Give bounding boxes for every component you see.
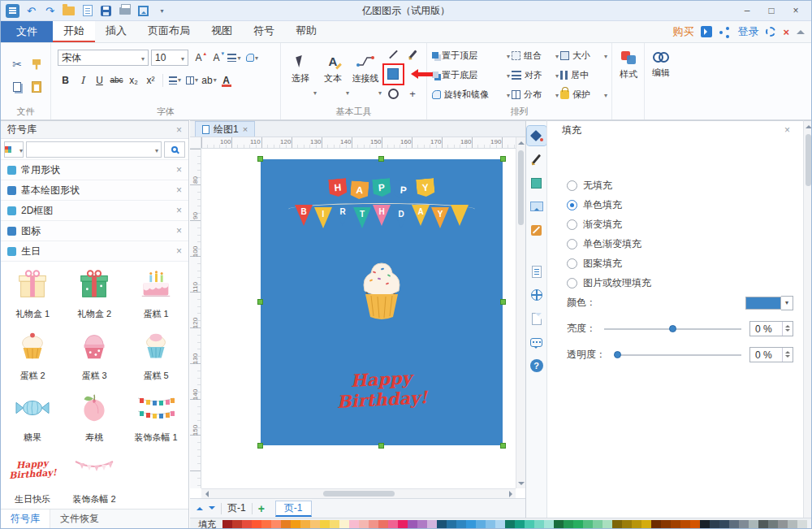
brightness-slider[interactable]	[604, 322, 741, 336]
pen-tool-icon[interactable]	[404, 46, 421, 63]
palette-swatch[interactable]	[398, 520, 408, 529]
panel-scroll-thumb[interactable]	[806, 134, 811, 186]
palette-swatch[interactable]	[758, 520, 768, 529]
palette-swatch[interactable]	[369, 520, 378, 529]
distribute-button[interactable]: 分布	[512, 85, 559, 103]
opacity-slider-thumb[interactable]	[614, 351, 621, 358]
document-tab[interactable]: 绘图1 ×	[195, 121, 255, 137]
close-button[interactable]: ×	[785, 3, 806, 19]
previous-page-icon[interactable]	[197, 504, 203, 510]
palette-swatch[interactable]	[408, 520, 417, 529]
font-color-button[interactable]: A	[218, 72, 234, 88]
fill-color-swatch[interactable]	[745, 297, 781, 310]
selection-handle[interactable]	[500, 443, 506, 449]
palette-swatch[interactable]	[300, 520, 310, 529]
bullet-list-button[interactable]	[184, 72, 200, 88]
line-tool-icon[interactable]	[385, 46, 401, 63]
close-category-icon[interactable]: ×	[176, 225, 182, 236]
print-icon[interactable]	[118, 4, 132, 18]
save-icon[interactable]	[99, 4, 113, 18]
size-button[interactable]: 大小	[560, 46, 607, 64]
fill-option[interactable]: 单色渐变填充	[567, 236, 641, 251]
brush-pane-icon[interactable]	[527, 220, 546, 240]
subscript-button[interactable]: x₂	[126, 72, 141, 88]
selection-handle[interactable]	[257, 156, 263, 162]
panel-scrollbar[interactable]	[803, 120, 812, 518]
palette-swatch[interactable]	[281, 520, 291, 529]
banner-letter-flag[interactable]: P	[394, 180, 412, 199]
vertical-scroll-thumb[interactable]	[518, 150, 524, 225]
text-direction-button[interactable]	[244, 50, 260, 66]
palette-swatch[interactable]	[447, 520, 456, 529]
font-family-select[interactable]: 宋体	[58, 50, 149, 66]
pennant-letter-flag[interactable]	[451, 205, 469, 226]
palette-swatch[interactable]	[534, 520, 544, 529]
symbol-doc-pane-icon[interactable]	[527, 262, 546, 281]
horizontal-scrollbar[interactable]	[201, 488, 516, 498]
greeting-text[interactable]: Happy Birthday!	[260, 362, 503, 416]
edit-button[interactable]: 编辑	[647, 51, 675, 79]
palette-swatch[interactable]	[486, 520, 495, 529]
shape-style-pane-icon[interactable]	[527, 173, 546, 193]
palette-swatch[interactable]	[427, 520, 437, 529]
support-icon[interactable]: ×	[783, 26, 789, 38]
palette-swatch[interactable]	[729, 520, 739, 529]
underline-button[interactable]: U	[92, 72, 107, 88]
shrink-font-button[interactable]: A	[209, 50, 224, 66]
palette-swatch[interactable]	[495, 520, 505, 529]
palette-swatch[interactable]	[388, 520, 398, 529]
pennant-letter-flag[interactable]: Y	[431, 207, 449, 228]
palette-swatch[interactable]	[622, 520, 632, 529]
palette-swatch[interactable]	[700, 520, 710, 529]
login-link[interactable]: 登录	[737, 24, 758, 39]
palette-swatch[interactable]	[515, 520, 525, 529]
vertical-scrollbar[interactable]	[516, 137, 525, 488]
connector-tool[interactable]: 连接线	[349, 45, 382, 98]
brightness-slider-thumb[interactable]	[669, 325, 676, 332]
palette-swatch[interactable]	[252, 520, 261, 529]
palette-swatch[interactable]	[339, 520, 349, 529]
insert-picture-pane-icon[interactable]	[527, 197, 546, 216]
library-category-common[interactable]: 常用形状 ×	[1, 160, 188, 180]
close-document-tab-icon[interactable]: ×	[243, 124, 248, 134]
share-icon[interactable]	[719, 27, 730, 37]
palette-swatch[interactable]	[359, 520, 369, 529]
drawing-canvas[interactable]: HAPPY BIRTHDAY Happy Birthday!	[201, 149, 516, 488]
close-category-icon[interactable]: ×	[176, 164, 182, 176]
palette-swatch[interactable]	[593, 520, 603, 529]
palette-swatch[interactable]	[573, 520, 583, 529]
tab-home[interactable]: 开始	[53, 21, 95, 42]
palette-swatch[interactable]	[651, 520, 661, 529]
palette-swatch[interactable]	[641, 520, 651, 529]
rotate-mirror-button[interactable]: 旋转和镜像	[432, 85, 510, 103]
palette-swatch[interactable]	[719, 520, 729, 529]
close-category-icon[interactable]: ×	[176, 205, 182, 216]
palette-swatch[interactable]	[310, 520, 320, 529]
palette-swatch[interactable]	[261, 520, 271, 529]
palette-swatch[interactable]	[778, 520, 788, 529]
selection-handle[interactable]	[378, 156, 384, 162]
fill-option[interactable]: 图片或纹理填充	[567, 275, 651, 290]
palette-swatch[interactable]	[271, 520, 281, 529]
grow-font-button[interactable]: A	[191, 50, 206, 66]
spin-down-icon[interactable]	[785, 355, 790, 360]
palette-swatch[interactable]	[291, 520, 300, 529]
symbol-item-candy[interactable]: 糖果	[3, 385, 62, 447]
select-tool[interactable]: 选择	[284, 45, 317, 98]
palette-swatch[interactable]	[349, 520, 359, 529]
palette-swatch[interactable]	[505, 520, 515, 529]
selection-handle[interactable]	[257, 443, 263, 449]
banner-letter-flag[interactable]: Y	[416, 178, 435, 197]
banner-letter-flag[interactable]: H	[328, 178, 348, 197]
spin-down-icon[interactable]	[785, 329, 790, 334]
palette-swatch[interactable]	[612, 520, 622, 529]
palette-swatch[interactable]	[603, 520, 612, 529]
symbol-item-cake3[interactable]: 蛋糕 3	[65, 323, 123, 385]
opacity-slider[interactable]	[614, 348, 741, 362]
horizontal-scroll-thumb[interactable]	[323, 491, 395, 496]
symbol-item-banner2[interactable]: 装饰条幅 2	[65, 447, 123, 509]
settings-gear-icon[interactable]	[766, 27, 775, 37]
close-library-icon[interactable]: ×	[176, 124, 182, 136]
pennant-letter-flag[interactable]: I	[314, 207, 332, 228]
palette-swatch[interactable]	[797, 520, 807, 529]
